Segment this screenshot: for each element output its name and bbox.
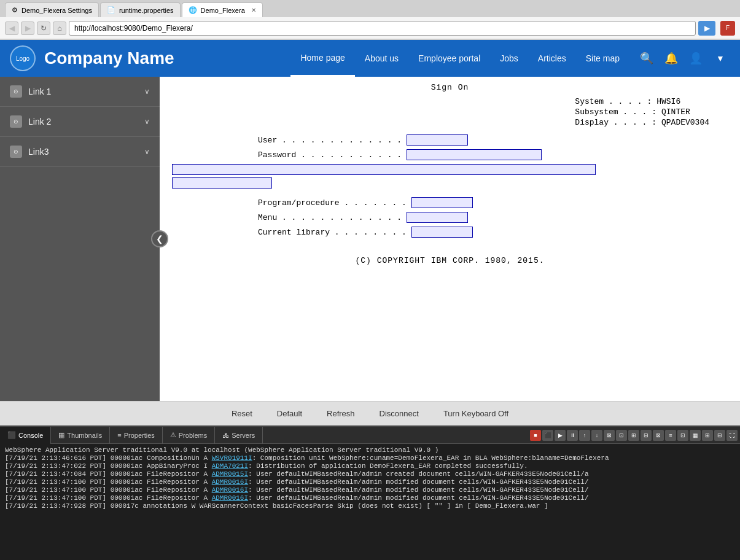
- nav-sitemap[interactable]: Site map: [576, 40, 629, 77]
- forward-button[interactable]: ▶: [21, 21, 34, 35]
- console-tab-problems-label: Problems: [179, 432, 207, 439]
- link1-icon: ⊙: [10, 85, 22, 98]
- turn-keyboard-off-button[interactable]: Turn Keyboard Off: [438, 406, 513, 421]
- console-tool-15[interactable]: ⊟: [714, 430, 725, 441]
- properties-icon: ≡: [117, 432, 121, 439]
- password-input[interactable]: [407, 149, 542, 160]
- action-bar: Reset Default Refresh Disconnect Turn Ke…: [0, 401, 740, 426]
- user-input[interactable]: [407, 134, 468, 146]
- browser-tab-runtime[interactable]: 📄 runtime.properties: [100, 2, 181, 17]
- thumbnails-icon: ▦: [58, 431, 64, 439]
- console-header-line: WebSphere Application Server traditional…: [5, 446, 735, 454]
- console-tab-thumbnails[interactable]: ▦ Thumbnails: [51, 427, 110, 444]
- demo-tab-close[interactable]: ✕: [251, 7, 256, 14]
- console-tool-11[interactable]: ≡: [665, 430, 676, 441]
- log-line-3: [7/19/21 2:13:47:100 PDT] 000001ac FileR…: [5, 478, 735, 486]
- subsystem-label: Subsystem . . . :: [575, 107, 656, 117]
- console-tool-12[interactable]: ⊡: [677, 430, 688, 441]
- browser-tab-demo[interactable]: 🌐 Demo_Flexera ✕: [182, 2, 263, 17]
- console-panel: ⬛ Console ▦ Thumbnails ≡ Properties ⚠ Pr…: [0, 426, 740, 560]
- nav-about[interactable]: About us: [355, 40, 408, 77]
- app-header: Logo Company Name Home page About us Emp…: [0, 40, 740, 77]
- console-stop-button[interactable]: ■: [530, 430, 541, 441]
- settings-tab-label: Demo_Flexera Settings: [21, 7, 92, 14]
- nav-articles[interactable]: Articles: [528, 40, 576, 77]
- nav-employee[interactable]: Employee portal: [408, 40, 490, 77]
- wide-input-1[interactable]: [172, 164, 596, 175]
- user-icon[interactable]: 👤: [686, 49, 706, 68]
- main-navigation: Home page About us Employee portal Jobs …: [290, 40, 629, 77]
- sidebar-link3-label: Link3: [28, 147, 144, 157]
- library-input[interactable]: [411, 227, 473, 238]
- console-tab-properties-label: Properties: [124, 432, 155, 439]
- console-tool-5[interactable]: ↓: [591, 430, 602, 441]
- back-button[interactable]: ◀: [5, 21, 18, 35]
- nav-jobs[interactable]: Jobs: [490, 40, 528, 77]
- sidebar-toggle-button[interactable]: ❮: [151, 230, 168, 247]
- link3-chevron-icon: ∨: [144, 147, 150, 156]
- console-tab-bar: ⬛ Console ▦ Thumbnails ≡ Properties ⚠ Pr…: [0, 427, 740, 444]
- log-link-3[interactable]: ADMR0016I: [212, 478, 248, 486]
- refresh-action-button[interactable]: Refresh: [322, 406, 360, 421]
- console-tool-9[interactable]: ⊟: [641, 430, 652, 441]
- program-input[interactable]: [411, 197, 473, 208]
- sidebar: ⊙ Link 1 ∨ ⊙ Link 2 ∨ ⊙ Link3 ∨ ❮: [0, 77, 160, 401]
- terminal-title: Sign On: [172, 83, 728, 92]
- console-tab-problems[interactable]: ⚠ Problems: [163, 427, 215, 444]
- sidebar-link1-label: Link 1: [28, 87, 144, 96]
- console-tool-3[interactable]: ⏸: [567, 430, 578, 441]
- log-link-4[interactable]: ADMR0016I: [212, 486, 248, 494]
- sidebar-item-link2[interactable]: ⊙ Link 2 ∨: [0, 107, 160, 137]
- terminal-screen: Sign On System . . . . : HWSI6 Subsystem…: [160, 77, 740, 401]
- bell-icon[interactable]: 🔔: [661, 49, 681, 68]
- log-link-2[interactable]: ADMR0015I: [212, 470, 248, 478]
- console-tool-1[interactable]: ⬛: [542, 430, 553, 441]
- sidebar-item-link3[interactable]: ⊙ Link3 ∨: [0, 137, 160, 167]
- console-tool-8[interactable]: ⊞: [628, 430, 639, 441]
- log-line-2: [7/19/21 2:13:47:084 PDT] 000001ac FileR…: [5, 470, 735, 478]
- home-button[interactable]: ⌂: [53, 21, 66, 35]
- console-tool-13[interactable]: ▦: [690, 430, 701, 441]
- wide-input-2[interactable]: [172, 177, 272, 189]
- reset-button[interactable]: Reset: [227, 406, 257, 421]
- refresh-button[interactable]: ↻: [37, 21, 50, 35]
- console-tool-7[interactable]: ⊡: [616, 430, 627, 441]
- logo: Logo: [10, 45, 36, 71]
- company-name: Company Name: [44, 49, 290, 68]
- extension-button[interactable]: F: [720, 21, 735, 36]
- console-tab-console[interactable]: ⬛ Console: [0, 427, 51, 444]
- console-tab-servers[interactable]: 🖧 Servers: [215, 427, 263, 444]
- demo-tab-label: Demo_Flexera: [201, 7, 245, 14]
- console-tab-thumbnails-label: Thumbnails: [67, 432, 102, 439]
- nav-home[interactable]: Home page: [290, 40, 354, 77]
- terminal-copyright: (C) COPYRIGHT IBM CORP. 1980, 2015.: [172, 256, 728, 265]
- console-tool-10[interactable]: ⊠: [653, 430, 664, 441]
- log-line-4: [7/19/21 2:13:47:100 PDT] 000001ac FileR…: [5, 486, 735, 494]
- log-line-1: [7/19/21 2:13:47:022 PDT] 000001ac AppBi…: [5, 462, 735, 470]
- console-tab-properties[interactable]: ≡ Properties: [110, 427, 163, 444]
- menu-input[interactable]: [407, 212, 468, 223]
- runtime-tab-label: runtime.properties: [119, 7, 174, 14]
- system-value: HWSI6: [656, 97, 680, 106]
- url-bar[interactable]: [69, 21, 696, 36]
- console-tab-console-label: Console: [18, 432, 43, 439]
- console-tool-4[interactable]: ↑: [579, 430, 590, 441]
- log-link-5[interactable]: ADMR0016I: [212, 494, 248, 502]
- log-link-1[interactable]: ADMA7021I: [212, 462, 248, 470]
- console-tool-14[interactable]: ⊞: [702, 430, 713, 441]
- expand-icon[interactable]: ▼: [711, 49, 730, 68]
- settings-tab-icon: ⚙: [12, 6, 18, 14]
- user-label: User . . . . . . . . . . . . .: [258, 136, 402, 145]
- console-log: WebSphere Application Server traditional…: [0, 444, 740, 547]
- link2-chevron-icon: ∨: [144, 117, 150, 126]
- console-expand[interactable]: ⛶: [726, 430, 738, 441]
- default-button[interactable]: Default: [272, 406, 307, 421]
- disconnect-button[interactable]: Disconnect: [375, 406, 424, 421]
- console-tool-2[interactable]: ▶: [555, 430, 566, 441]
- browser-tab-settings[interactable]: ⚙ Demo_Flexera Settings: [5, 2, 99, 17]
- console-tool-6[interactable]: ⊠: [604, 430, 615, 441]
- search-icon[interactable]: 🔍: [637, 49, 656, 68]
- go-button[interactable]: ▶: [698, 21, 715, 36]
- log-link-0[interactable]: WSVR01911I: [212, 454, 252, 462]
- sidebar-item-link1[interactable]: ⊙ Link 1 ∨: [0, 77, 160, 107]
